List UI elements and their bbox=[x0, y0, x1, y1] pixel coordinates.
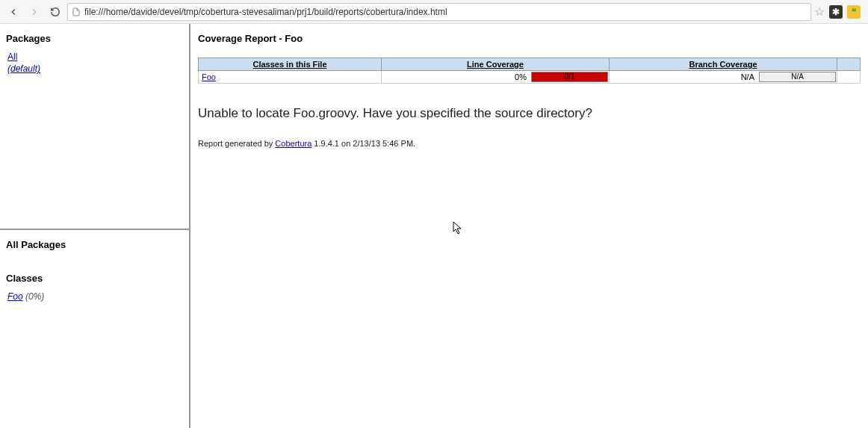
header-classes[interactable]: Classes in this File bbox=[199, 58, 382, 71]
bookmark-star-icon[interactable]: ☆ bbox=[814, 4, 825, 19]
forward-button[interactable] bbox=[25, 3, 43, 21]
back-button[interactable] bbox=[4, 3, 22, 21]
header-extra[interactable] bbox=[837, 58, 861, 71]
report-title: Coverage Report - Foo bbox=[198, 33, 861, 44]
header-branch-coverage[interactable]: Branch Coverage bbox=[610, 58, 837, 71]
classes-title: Classes bbox=[6, 273, 183, 284]
link-default-package[interactable]: (default) bbox=[7, 63, 40, 74]
table-row: Foo 0% 0/1 N/A bbox=[199, 71, 861, 84]
packages-pane: Packages All (default) bbox=[0, 24, 189, 230]
class-pct: (0%) bbox=[25, 291, 44, 302]
branch-coverage-pct: N/A bbox=[610, 71, 759, 83]
page-icon bbox=[71, 7, 81, 17]
url-bar[interactable]: file:///home/davide/devel/tmp/cobertura-… bbox=[67, 3, 811, 21]
error-message: Unable to locate Foo.groovy. Have you sp… bbox=[198, 106, 861, 121]
table-header-row: Classes in this File Line Coverage Branc… bbox=[199, 58, 861, 71]
line-coverage-bar-text: 0/1 bbox=[532, 72, 607, 81]
line-coverage-bar: 0/1 bbox=[531, 72, 608, 82]
footer-prefix: Report generated by bbox=[198, 139, 275, 148]
all-packages-title: All Packages bbox=[6, 239, 183, 250]
extra-cell bbox=[837, 71, 861, 84]
footer-suffix: 1.9.4.1 on 2/13/13 5:46 PM. bbox=[311, 139, 415, 148]
coverage-table: Classes in this File Line Coverage Branc… bbox=[198, 58, 861, 84]
extension-icon-2[interactable]: ❝ bbox=[847, 5, 861, 19]
link-all-packages[interactable]: All bbox=[7, 52, 17, 62]
branch-coverage-bar-text: N/A bbox=[760, 72, 835, 81]
browser-toolbar: file:///home/davide/devel/tmp/cobertura-… bbox=[0, 0, 868, 24]
header-line-coverage[interactable]: Line Coverage bbox=[382, 58, 610, 71]
classes-pane: All Packages Classes Foo (0%) bbox=[0, 230, 189, 428]
report-pane: Coverage Report - Foo Classes in this Fi… bbox=[190, 24, 868, 428]
url-text: file:///home/davide/devel/tmp/cobertura-… bbox=[84, 7, 447, 17]
report-footer: Report generated by Cobertura 1.9.4.1 on… bbox=[198, 139, 861, 148]
class-link-foo[interactable]: Foo bbox=[202, 72, 216, 81]
packages-title: Packages bbox=[6, 33, 183, 44]
branch-coverage-bar: N/A bbox=[759, 72, 836, 82]
reload-button[interactable] bbox=[46, 3, 64, 21]
line-coverage-pct: 0% bbox=[382, 71, 531, 83]
extension-icon[interactable]: ✱ bbox=[829, 5, 843, 19]
cobertura-link[interactable]: Cobertura bbox=[275, 139, 311, 148]
link-class-foo[interactable]: Foo bbox=[7, 291, 23, 302]
